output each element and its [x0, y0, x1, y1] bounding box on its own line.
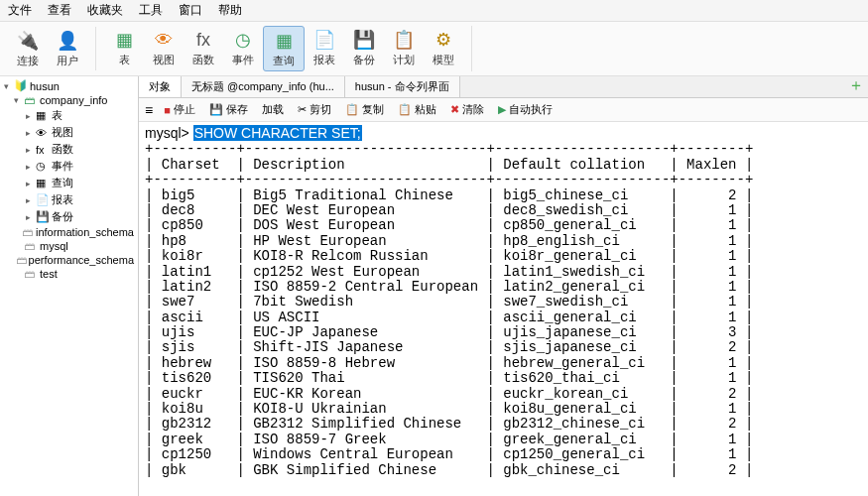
toolbar-模型[interactable]: ⚙模型	[424, 26, 463, 71]
视图-icon: 👁	[152, 28, 176, 52]
toolbar-label: 函数	[192, 53, 214, 67]
tree-label: information_schema	[36, 226, 134, 238]
tree-toggle-icon: ▸	[26, 162, 36, 172]
toolbar-label: 表	[119, 53, 130, 67]
tree-label: 视图	[52, 125, 73, 140]
qbtn-label: 清除	[462, 102, 484, 117]
qbtn-粘贴[interactable]: 📋粘贴	[395, 101, 439, 118]
tab[interactable]: 对象	[139, 76, 182, 97]
qbtn-复制[interactable]: 📋复制	[342, 101, 387, 118]
tree-表[interactable]: ▸▦表	[2, 107, 136, 124]
tree-label: 事件	[52, 159, 73, 174]
tree-toggle-icon: ▸	[26, 195, 36, 205]
tree-label: 函数	[52, 142, 73, 157]
qbtn-停止[interactable]: ■停止	[161, 101, 198, 118]
qbtn-清除[interactable]: ✖清除	[447, 101, 487, 118]
tree-item-icon: 💾	[36, 210, 50, 223]
tree-item-icon: ◷	[36, 160, 50, 173]
tree-performance_schema[interactable]: 🗃performance_schema	[2, 253, 136, 267]
qbtn-label: 粘贴	[415, 102, 436, 117]
tree-item-icon: 🗃	[22, 226, 34, 238]
查询-icon: ▦	[272, 29, 296, 53]
qbtn-label: 加载	[262, 102, 284, 117]
menu-收藏夹[interactable]: 收藏夹	[87, 2, 123, 19]
qbtn-加载[interactable]: 加载	[259, 101, 287, 118]
menu-查看[interactable]: 查看	[48, 2, 71, 19]
tree-查询[interactable]: ▸▦查询	[2, 175, 136, 191]
表-icon: ▦	[112, 28, 136, 52]
toolbar-表[interactable]: ▦表	[104, 26, 144, 71]
qbtn-label: 剪切	[310, 102, 331, 117]
连接-icon: 🔌	[16, 29, 40, 53]
connection-tree: ▾🔰husun▾🗃company_info▸▦表▸👁视图▸fx函数▸◷事件▸▦查…	[0, 76, 139, 496]
保存-icon: 💾	[209, 103, 223, 116]
tree-husun[interactable]: ▾🔰husun	[2, 78, 136, 93]
menu-窗口[interactable]: 窗口	[179, 2, 202, 19]
tree-item-icon: 🗃	[16, 254, 27, 266]
qbtn-自动执行[interactable]: ▶自动执行	[495, 101, 556, 118]
tree-item-icon: ▦	[36, 177, 50, 189]
toolbar-连接[interactable]: 🔌连接	[8, 27, 48, 70]
sql-console[interactable]: mysql> SHOW CHARACTER SET; +----------+-…	[139, 122, 868, 496]
tree-item-icon: 🗃	[24, 94, 38, 106]
tree-item-icon: 🔰	[14, 79, 28, 92]
qbtn-保存[interactable]: 💾保存	[206, 101, 251, 118]
tree-toggle-icon: ▸	[26, 111, 36, 121]
tree-报表[interactable]: ▸📄报表	[2, 191, 136, 208]
tree-item-icon: 🗃	[24, 268, 38, 280]
menu-帮助[interactable]: 帮助	[218, 2, 242, 19]
tree-item-icon: fx	[36, 144, 50, 156]
toolbar-计划[interactable]: 📋计划	[384, 26, 424, 71]
清除-icon: ✖	[450, 103, 459, 116]
toolbar-查询[interactable]: ▦查询	[263, 26, 305, 71]
tab[interactable]: husun - 命令列界面	[345, 76, 460, 97]
toolbar-事件[interactable]: ◷事件	[223, 26, 263, 71]
toolbar-用户[interactable]: 👤用户	[48, 27, 87, 70]
qbtn-label: 复制	[362, 102, 384, 117]
停止-icon: ■	[164, 104, 171, 116]
toolbar-备份[interactable]: 💾备份	[344, 26, 384, 71]
tree-label: 备份	[52, 209, 73, 224]
tree-toggle-icon: ▾	[14, 95, 24, 105]
toolbar-label: 事件	[232, 53, 254, 67]
tree-函数[interactable]: ▸fx函数	[2, 141, 136, 158]
tree-事件[interactable]: ▸◷事件	[2, 158, 136, 175]
menu-icon[interactable]: ≡	[145, 102, 153, 118]
toolbar-label: 查询	[273, 54, 295, 68]
menu-文件[interactable]: 文件	[8, 2, 32, 19]
toolbar-报表[interactable]: 📄报表	[305, 26, 344, 71]
query-toolbar: ≡ ■停止💾保存加载✂剪切📋复制📋粘贴✖清除▶自动执行	[139, 98, 868, 122]
自动执行-icon: ▶	[498, 103, 506, 116]
计划-icon: 📋	[392, 28, 416, 52]
toolbar-函数[interactable]: fx函数	[184, 26, 223, 71]
qbtn-label: 自动执行	[509, 102, 553, 117]
menu-工具[interactable]: 工具	[139, 2, 163, 19]
粘贴-icon: 📋	[398, 103, 412, 116]
tree-information_schema[interactable]: 🗃information_schema	[2, 225, 136, 239]
tree-toggle-icon: ▸	[26, 128, 36, 138]
tab-label: 无标题 @company_info (hu...	[191, 79, 334, 94]
qbtn-label: 停止	[174, 102, 195, 117]
tree-备份[interactable]: ▸💾备份	[2, 208, 136, 225]
toolbar-视图[interactable]: 👁视图	[144, 26, 184, 71]
tab[interactable]: 无标题 @company_info (hu...	[182, 76, 345, 97]
tree-label: performance_schema	[29, 254, 134, 266]
tree-item-icon: 📄	[36, 193, 50, 206]
add-tab-icon[interactable]: ＋	[848, 75, 864, 96]
tree-label: test	[40, 268, 58, 280]
toolbar-label: 报表	[313, 53, 335, 67]
tree-label: mysql	[40, 240, 68, 252]
tree-mysql[interactable]: 🗃mysql	[2, 239, 136, 253]
tree-item-icon: 🗃	[24, 240, 38, 252]
tree-test[interactable]: 🗃test	[2, 267, 136, 281]
tree-item-icon: ▦	[36, 109, 50, 122]
menubar: 文件查看收藏夹工具窗口帮助	[0, 0, 868, 22]
qbtn-剪切[interactable]: ✂剪切	[295, 101, 334, 118]
tree-toggle-icon: ▾	[4, 81, 14, 91]
tab-label: husun - 命令列界面	[355, 79, 449, 94]
tree-company_info[interactable]: ▾🗃company_info	[2, 93, 136, 107]
tree-视图[interactable]: ▸👁视图	[2, 124, 136, 141]
tree-toggle-icon: ▸	[26, 212, 36, 222]
tree-label: company_info	[40, 94, 108, 106]
toolbar-label: 计划	[393, 53, 415, 67]
